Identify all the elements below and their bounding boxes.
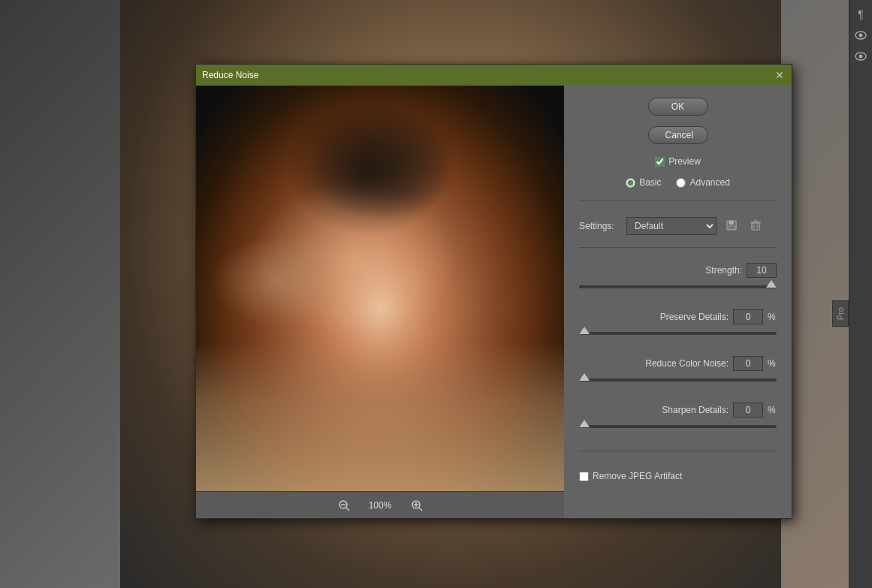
advanced-radio[interactable] [676,178,686,188]
dialog-body: 100% OK [196,86,792,518]
settings-label: Settings: [579,221,620,231]
cancel-button[interactable]: Cancel [648,126,708,144]
preserve-details-input[interactable] [733,309,763,324]
dialog-title: Reduce Noise [202,70,258,80]
save-settings-button[interactable] [723,218,741,235]
preview-checkbox[interactable] [655,157,665,167]
color-noise-slider-track [579,378,777,381]
reduce-noise-dialog: Reduce Noise ✕ [195,64,792,519]
divider-1 [579,200,777,201]
color-noise-slider-thumb [579,373,590,381]
svg-line-8 [419,508,422,511]
cancel-btn-row: Cancel [579,126,777,144]
svg-rect-14 [752,223,759,230]
settings-select[interactable]: Default Last Used Custom [626,217,717,235]
dialog-close-button[interactable]: ✕ [774,69,786,81]
sharpen-label-row: Sharpen Details: % [579,403,777,418]
preview-checkbox-label[interactable]: Preview [655,156,701,167]
right-panel: ¶ [849,0,872,588]
hand-highlight [211,236,346,326]
sharpen-details-input[interactable] [733,403,763,418]
ok-button[interactable]: OK [648,98,708,116]
controls-panel: OK Cancel Preview Basic [564,86,792,518]
svg-line-5 [346,508,349,511]
strength-input[interactable] [747,263,777,278]
svg-point-3 [859,55,863,59]
sharpen-slider-container [579,421,777,433]
modal-overlay: Reduce Noise ✕ [0,0,849,588]
color-noise-percent: % [768,358,777,369]
advanced-radio-label[interactable]: Advanced [676,177,729,188]
reduce-color-noise-row: Reduce Color Noise: % [579,356,777,389]
basic-radio-label[interactable]: Basic [626,177,661,188]
strength-slider-track [579,285,777,288]
preview-image [196,86,564,491]
svg-point-1 [859,34,863,38]
settings-row: Settings: Default Last Used Custom [579,217,777,235]
paragraph-icon[interactable]: ¶ [852,6,869,23]
basic-radio[interactable] [626,178,635,188]
sharpen-percent: % [768,405,777,415]
preserve-slider-track [579,332,777,335]
mode-radio-row: Basic Advanced [579,177,777,188]
zoom-in-button[interactable] [406,498,427,513]
eye-icon-2[interactable] [852,48,869,65]
preserve-details-label: Preserve Details: [579,312,729,322]
divider-2 [579,247,777,248]
ok-btn-row: OK [579,98,777,116]
zoom-out-button[interactable] [333,498,355,513]
preserve-label-row: Preserve Details: % [579,309,777,324]
reduce-color-noise-label: Reduce Color Noise: [579,358,729,369]
strength-slider-container [579,281,777,293]
svg-rect-12 [729,221,734,225]
preview-row: Preview [579,156,777,167]
preserve-percent: % [768,312,777,322]
remove-jpeg-checkbox[interactable] [579,472,589,481]
strength-slider-thumb [766,280,777,288]
reduce-color-noise-input[interactable] [733,356,763,371]
zoom-level: 100% [364,500,397,511]
hand-area [196,341,564,491]
strength-slider-row: Strength: [579,263,777,296]
basic-label: Basic [639,177,661,188]
preserve-slider-container [579,327,777,339]
remove-jpeg-label[interactable]: Remove JPEG Artifact [579,471,682,481]
preserve-details-row: Preserve Details: % [579,309,777,342]
svg-rect-13 [729,226,735,229]
sharpen-slider-thumb [579,420,590,427]
preview-area: 100% [196,86,564,518]
color-noise-slider-container [579,374,777,386]
divider-3 [579,451,777,451]
dialog-titlebar: Reduce Noise ✕ [196,65,792,86]
sharpen-details-row: Sharpen Details: % [579,403,777,436]
preview-toolbar: 100% [196,491,564,518]
strength-label-row: Strength: [579,263,777,278]
preserve-slider-thumb [579,327,590,334]
advanced-label: Advanced [689,177,729,188]
delete-settings-button[interactable] [747,218,765,235]
sharpen-details-label: Sharpen Details: [579,405,729,415]
preview-label: Preview [668,156,701,167]
remove-jpeg-text: Remove JPEG Artifact [593,471,682,481]
color-noise-label-row: Reduce Color Noise: % [579,356,777,371]
remove-jpeg-row: Remove JPEG Artifact [579,471,777,481]
strength-track-fill [579,285,777,288]
eye-icon-1[interactable] [852,27,869,44]
strength-label: Strength: [579,265,742,276]
sharpen-slider-track [579,425,777,428]
